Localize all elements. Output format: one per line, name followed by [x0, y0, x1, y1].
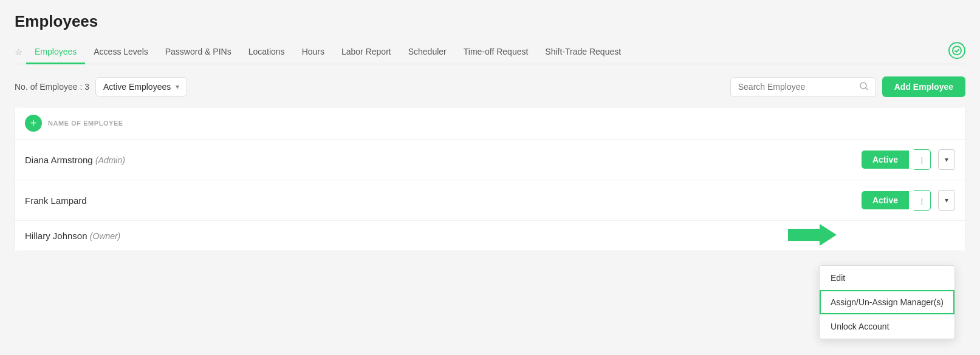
toolbar-right: Add Employee	[730, 76, 965, 97]
tab-shift-trade-request[interactable]: Shift-Trade Request	[536, 41, 629, 64]
tab-access-levels[interactable]: Access Levels	[85, 41, 156, 64]
tab-scheduler[interactable]: Scheduler	[400, 41, 455, 64]
row-actions: Active | ▾	[862, 149, 955, 170]
tabs-bar: ☆ Employees Access Levels Password & PIN…	[15, 41, 965, 64]
toggle-button[interactable]: |	[914, 190, 931, 211]
table-header: + NAME OF EMPLOYEE	[15, 107, 965, 140]
tab-employees[interactable]: Employees	[26, 41, 85, 64]
arrow-indicator	[788, 224, 837, 248]
arrow-svg	[788, 224, 837, 246]
context-menu-assign-manager[interactable]: Assign/Un-Assign Manager(s)	[820, 290, 954, 314]
dropdown-label: Active Employees	[103, 82, 171, 92]
context-menu: Edit Assign/Un-Assign Manager(s) Unlock …	[819, 265, 955, 339]
table-row: Frank Lampard Active | ▾	[15, 180, 965, 221]
tab-labor-report[interactable]: Labor Report	[333, 41, 400, 64]
search-input[interactable]	[738, 82, 855, 92]
svg-marker-3	[788, 224, 837, 246]
employee-table: + NAME OF EMPLOYEE Diana Armstrong (Admi…	[15, 107, 965, 251]
employee-name: Frank Lampard	[25, 195, 862, 206]
employee-name: Diana Armstrong (Admin)	[25, 155, 862, 165]
status-badge[interactable]: Active	[862, 150, 909, 169]
column-header-name: NAME OF EMPLOYEE	[48, 120, 123, 127]
expand-button[interactable]: ▾	[938, 149, 955, 170]
search-icon	[860, 82, 868, 92]
chevron-down-icon: ▾	[176, 83, 179, 91]
toggle-button[interactable]: |	[914, 149, 931, 170]
table-row: Diana Armstrong (Admin) Active | ▾	[15, 140, 965, 180]
page-container: Employees ☆ Employees Access Levels Pass…	[0, 0, 980, 355]
row-actions: Active | ▾	[862, 190, 955, 211]
active-employees-dropdown[interactable]: Active Employees ▾	[95, 77, 187, 96]
add-employee-button[interactable]: Add Employee	[882, 76, 965, 97]
status-badge[interactable]: Active	[862, 191, 909, 209]
toolbar-left: No. of Employee : 3 Active Employees ▾	[15, 77, 187, 96]
table-row: Hillary Johnson (Owner) Edit Assign/Un-A…	[15, 221, 965, 251]
tab-time-off-request[interactable]: Time-off Request	[455, 41, 537, 64]
tab-hours[interactable]: Hours	[293, 41, 333, 64]
search-box	[730, 77, 876, 97]
svg-point-0	[953, 46, 961, 55]
add-row-button[interactable]: +	[25, 115, 42, 132]
page-title: Employees	[15, 12, 965, 31]
employee-count: No. of Employee : 3	[15, 82, 89, 92]
svg-line-2	[866, 88, 868, 90]
tab-password-pins[interactable]: Password & PINs	[157, 41, 240, 64]
context-menu-edit[interactable]: Edit	[820, 266, 954, 290]
expand-button[interactable]: ▾	[938, 190, 955, 211]
tab-locations[interactable]: Locations	[240, 41, 293, 64]
star-icon[interactable]: ☆	[15, 47, 22, 58]
circle-check-icon[interactable]	[948, 42, 965, 59]
toolbar: No. of Employee : 3 Active Employees ▾ A…	[15, 76, 965, 97]
context-menu-unlock-account[interactable]: Unlock Account	[820, 314, 954, 339]
